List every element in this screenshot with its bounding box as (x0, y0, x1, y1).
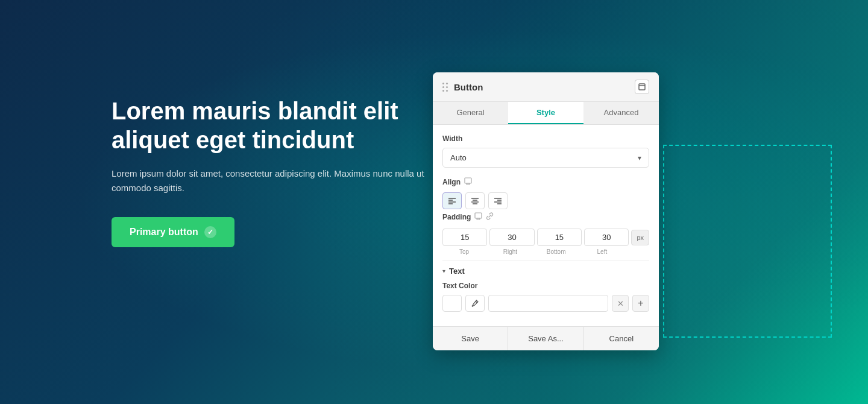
text-accordion[interactable]: ▾ Text (442, 260, 649, 282)
width-value: Auto (450, 153, 467, 162)
align-row: Align (442, 177, 649, 186)
eyedropper-icon (471, 299, 479, 308)
svg-rect-3 (467, 183, 470, 185)
width-label: Width (442, 134, 649, 143)
padding-label: Padding (442, 213, 471, 221)
panel-tabs: General Style Advanced (433, 102, 659, 125)
svg-rect-2 (465, 178, 471, 183)
padding-bottom-wrap (537, 229, 582, 246)
padding-right-label: Right (488, 248, 532, 255)
text-section-label: Text (449, 267, 465, 276)
hero-content: Lorem mauris blandit elit aliquet eget t… (112, 96, 425, 247)
panel-body: Width Auto ▾ Align (433, 125, 659, 326)
align-left-icon (448, 197, 456, 205)
padding-left-input[interactable] (584, 229, 629, 246)
responsive-icon (464, 177, 472, 186)
check-icon: ✓ (204, 226, 216, 238)
align-center-icon (471, 197, 479, 205)
align-label: Align (442, 178, 461, 186)
padding-unit: px (631, 230, 649, 245)
width-dropdown[interactable]: Auto ▾ (442, 148, 649, 168)
color-swatch[interactable] (442, 295, 462, 312)
tab-advanced[interactable]: Advanced (583, 102, 659, 124)
svg-rect-17 (477, 218, 480, 219)
drag-handle[interactable] (442, 83, 448, 92)
align-buttons (442, 192, 649, 209)
tab-general[interactable]: General (433, 102, 508, 124)
panel-footer: Save Save As... Cancel (433, 326, 659, 350)
padding-sub-labels: Top Right Bottom Left (442, 248, 649, 255)
chevron-down-icon: ▾ (638, 154, 641, 162)
color-row: ✕ + (442, 295, 649, 312)
drag-dot (446, 86, 448, 88)
cancel-button[interactable]: Cancel (584, 327, 659, 350)
drag-dot (442, 83, 444, 84)
color-add-button[interactable]: + (632, 295, 649, 312)
padding-bottom-label: Bottom (535, 248, 578, 255)
color-text-input[interactable] (488, 295, 608, 312)
align-right-button[interactable] (488, 192, 508, 209)
padding-top-input[interactable] (442, 229, 487, 246)
primary-button[interactable]: Primary button ✓ (112, 217, 234, 247)
color-clear-button[interactable]: ✕ (612, 295, 629, 312)
minimize-icon (638, 83, 646, 90)
drag-dot (446, 90, 448, 92)
align-left-button[interactable] (442, 192, 462, 209)
panel-header: Button (433, 72, 659, 102)
drag-dot (442, 86, 444, 88)
responsive-icon-padding (474, 212, 482, 223)
text-color-label: Text Color (442, 282, 649, 290)
accordion-arrow-icon: ▾ (442, 268, 445, 274)
svg-rect-16 (475, 213, 482, 218)
save-button[interactable]: Save (433, 327, 508, 350)
padding-top-label: Top (442, 248, 486, 255)
panel-header-left: Button (442, 82, 483, 92)
panel-minimize-button[interactable] (635, 80, 649, 94)
tab-style[interactable]: Style (508, 102, 583, 124)
padding-right-input[interactable] (489, 229, 534, 246)
panel: Button General Style Advanced Width Auto… (433, 72, 659, 350)
padding-inputs: px (442, 229, 649, 246)
primary-button-label: Primary button (130, 227, 198, 238)
hero-title: Lorem mauris blandit elit aliquet eget t… (112, 96, 425, 154)
drag-dot (446, 83, 448, 84)
padding-left-label: Left (580, 248, 624, 255)
link-icon[interactable] (486, 212, 494, 222)
padding-right-wrap (489, 229, 534, 246)
save-as-button[interactable]: Save As... (508, 327, 583, 350)
eyedropper-button[interactable] (465, 295, 485, 312)
svg-rect-0 (639, 84, 645, 90)
drag-dot (442, 90, 444, 92)
padding-header: Padding (442, 212, 649, 223)
padding-top-wrap (442, 229, 487, 246)
align-right-icon (494, 197, 502, 205)
padding-bottom-input[interactable] (537, 229, 582, 246)
hero-description: Lorem ipsum dolor sit amet, consectetur … (112, 166, 425, 195)
align-center-button[interactable] (465, 192, 485, 209)
panel-title: Button (454, 82, 483, 92)
padding-left-wrap (584, 229, 629, 246)
